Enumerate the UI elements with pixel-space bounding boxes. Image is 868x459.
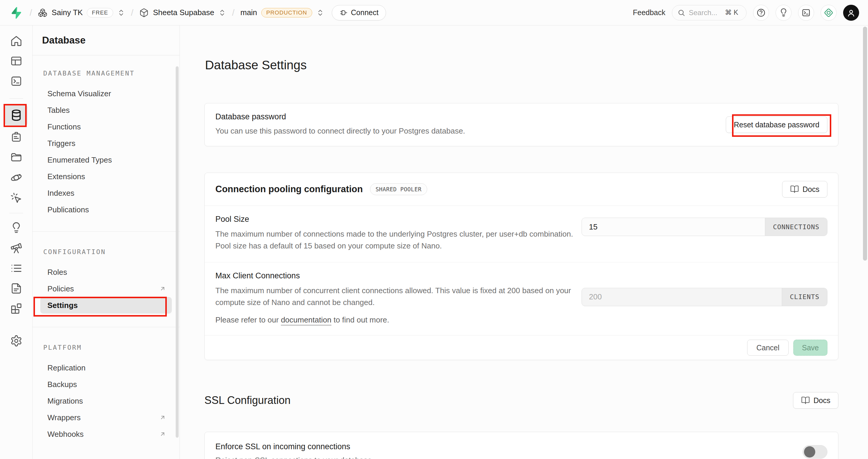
pool-size-input[interactable]: [582, 218, 765, 236]
save-button[interactable]: Save: [793, 340, 828, 356]
lightbulb-icon: [779, 8, 788, 18]
search-box[interactable]: ⌘ K: [672, 5, 747, 21]
search-shortcut: ⌘ K: [725, 9, 738, 17]
password-card-description: You can use this password to connect dir…: [215, 125, 465, 137]
org-crumb[interactable]: Sainy TK FREE: [38, 8, 125, 18]
menu-item-extensions[interactable]: Extensions: [40, 168, 172, 185]
main-scrollbar[interactable]: [863, 27, 867, 261]
user-avatar-icon: [846, 8, 856, 18]
storage-icon[interactable]: [6, 147, 26, 167]
reports-telescope-icon[interactable]: [6, 238, 26, 258]
menu-item-triggers[interactable]: Triggers: [40, 135, 172, 152]
external-link-icon: [159, 431, 166, 437]
pool-size-label: Pool Size: [215, 215, 582, 224]
max-clients-input: [582, 288, 782, 306]
box-icon: [139, 8, 149, 18]
menu-item-publications[interactable]: Publications: [40, 201, 172, 218]
realtime-icon[interactable]: [6, 188, 26, 208]
database-icon[interactable]: [5, 104, 28, 126]
user-avatar[interactable]: [843, 5, 859, 21]
home-icon[interactable]: [6, 31, 26, 51]
integrations-blocks-icon[interactable]: [6, 298, 26, 319]
assistant-button[interactable]: [820, 5, 837, 21]
documentation-link[interactable]: documentation: [281, 316, 332, 324]
supabase-logo[interactable]: [9, 6, 22, 19]
toggle-knob: [804, 446, 815, 458]
enforce-ssl-description: Reject non-SSL connections to your datab…: [215, 454, 372, 459]
max-clients-note: Please refer to our documentation to fin…: [215, 316, 582, 325]
menu-item-replication[interactable]: Replication: [40, 360, 172, 376]
connect-button[interactable]: Connect: [332, 5, 386, 21]
pool-size-row: Pool Size The maximum number of connecti…: [205, 206, 838, 262]
breadcrumb-separator: /: [232, 8, 234, 18]
boxes-icon: [38, 8, 48, 18]
auth-icon[interactable]: [6, 127, 26, 147]
ssl-card: Enforce SSL on incoming connections Reje…: [205, 432, 838, 459]
plug-icon: [339, 9, 347, 17]
api-docs-icon[interactable]: [6, 278, 26, 298]
submenu-scrollbar[interactable]: [176, 66, 179, 438]
menu-item-backups[interactable]: Backups: [40, 376, 172, 393]
book-icon: [790, 185, 799, 194]
chevrons-up-down-icon[interactable]: [316, 9, 324, 17]
console-button[interactable]: [798, 5, 814, 21]
feedback-link[interactable]: Feedback: [633, 8, 665, 17]
max-clients-unit: CLIENTS: [782, 288, 827, 306]
project-name: Sheeta Supabase: [153, 8, 214, 17]
cancel-button[interactable]: Cancel: [747, 340, 788, 356]
whats-new-button[interactable]: [776, 5, 792, 21]
settings-gear-icon[interactable]: [6, 331, 26, 351]
chevrons-up-down-icon[interactable]: [117, 9, 125, 17]
search-input[interactable]: [689, 9, 721, 17]
database-submenu: Database DATABASE MANAGEMENT Schema Visu…: [33, 26, 180, 459]
pool-size-description: The maximum number of connections made t…: [215, 228, 582, 252]
help-icon: [756, 8, 766, 18]
shared-pooler-badge: SHARED POOLER: [370, 183, 427, 195]
ssl-section-title: SSL Configuration: [205, 394, 290, 406]
connection-pooling-card: Connection pooling configuration SHARED …: [205, 173, 838, 360]
help-button[interactable]: [753, 5, 769, 21]
sql-editor-icon[interactable]: [6, 71, 26, 91]
menu-section-heading: CONFIGURATION: [40, 248, 172, 256]
chevrons-up-down-icon[interactable]: [218, 9, 226, 17]
icon-rail: [0, 26, 33, 459]
menu-item-tables[interactable]: Tables: [40, 102, 172, 119]
edge-functions-icon[interactable]: [6, 168, 26, 188]
org-name: Sainy TK: [52, 8, 83, 17]
menu-item-migrations[interactable]: Migrations: [40, 393, 172, 409]
pooling-docs-button[interactable]: Docs: [782, 181, 828, 198]
advisors-lightbulb-icon[interactable]: [6, 218, 26, 238]
branch-crumb[interactable]: main PRODUCTION: [240, 8, 324, 18]
table-editor-icon[interactable]: [6, 51, 26, 71]
password-card-title: Database password: [215, 112, 465, 122]
menu-item-enumerated-types[interactable]: Enumerated Types: [40, 152, 172, 168]
breadcrumb-separator: /: [30, 8, 32, 18]
logs-list-icon[interactable]: [6, 258, 26, 278]
menu-item-functions[interactable]: Functions: [40, 119, 172, 135]
menu-item-webhooks[interactable]: Webhooks: [40, 426, 172, 442]
pool-size-unit: CONNECTIONS: [765, 218, 827, 236]
menu-item-schema-visualizer[interactable]: Schema Visualizer: [40, 85, 172, 102]
max-clients-input-group: CLIENTS: [582, 288, 828, 306]
menu-item-roles[interactable]: Roles: [40, 264, 172, 281]
page-title: Database Settings: [205, 58, 868, 72]
diamond-icon: [824, 8, 834, 18]
branch-name: main: [240, 8, 257, 17]
menu-item-wrappers[interactable]: Wrappers: [40, 409, 172, 426]
menu-item-settings[interactable]: Settings: [40, 297, 172, 314]
menu-item-indexes[interactable]: Indexes: [40, 185, 172, 201]
enforce-ssl-toggle[interactable]: [803, 445, 828, 459]
menu-item-policies[interactable]: Policies: [40, 281, 172, 297]
ssl-docs-button[interactable]: Docs: [793, 392, 838, 409]
top-header: / Sainy TK FREE / Sheeta Supabas: [0, 0, 868, 26]
pooling-card-title: Connection pooling configuration: [215, 184, 363, 195]
project-crumb[interactable]: Sheeta Supabase: [139, 8, 226, 18]
reset-database-password-button[interactable]: Reset database password: [726, 117, 828, 133]
external-link-icon: [159, 286, 166, 292]
database-password-card: Database password You can use this passw…: [205, 103, 838, 146]
max-clients-row: Max Client Connections The maximum numbe…: [205, 262, 838, 336]
max-clients-label: Max Client Connections: [215, 271, 582, 281]
rail-divider: [9, 213, 23, 213]
search-icon: [678, 9, 685, 17]
breadcrumb-separator: /: [131, 8, 133, 18]
